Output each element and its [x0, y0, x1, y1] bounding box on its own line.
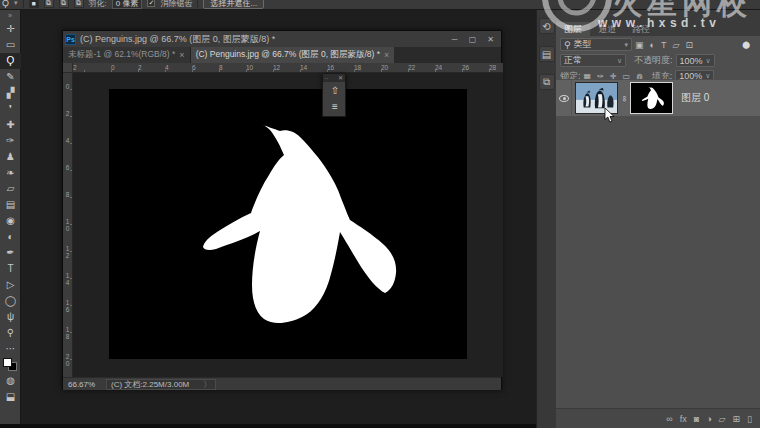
layer-filter-toggle-icon[interactable]: ⬤ — [742, 41, 750, 49]
filter-pixel-layers-icon[interactable]: ▣ — [635, 40, 644, 50]
ruler-origin-corner[interactable] — [63, 63, 73, 73]
filter-smart-objects-icon[interactable]: ⊡ — [685, 40, 693, 50]
new-group-icon[interactable]: ▱ — [719, 414, 726, 424]
zoom-tool-icon[interactable]: ⚲ — [0, 325, 21, 341]
screen-mode-button[interactable]: ⬓ — [0, 389, 21, 405]
ruler-label: 2 — [73, 64, 77, 71]
layer-filter-kind-select[interactable]: ⚲ 类型 ▾ — [560, 38, 632, 51]
document-size-field[interactable]: (C) 文档:2.25M/3.00M 〉 — [106, 379, 216, 390]
quick-selection-tool-icon[interactable]: ✎ — [0, 69, 21, 85]
tab-layers[interactable]: 图层 — [556, 22, 590, 36]
eraser-tool-icon[interactable]: ▱ — [0, 181, 21, 197]
floating-panel-header[interactable]: ∙∙ ✕ — [323, 74, 345, 82]
new-adjustment-layer-icon[interactable]: ◑ — [706, 414, 711, 424]
maximize-button[interactable]: ▢ — [464, 33, 481, 46]
status-chevron-icon[interactable]: 〉 — [203, 379, 211, 390]
document-tab-penguins[interactable]: (C) Penguins.jpg @ 66.7% (图层 0, 图层蒙版/8) … — [191, 47, 395, 63]
layer-row-0[interactable]: ∞ 图层 0 — [556, 80, 760, 116]
tool-options-icon[interactable]: ≡ — [323, 98, 347, 114]
floating-modifier-panel[interactable]: ∙∙ ✕ ⇧ ≡ — [322, 73, 346, 117]
foreground-color-swatch[interactable] — [3, 358, 12, 367]
quick-mask-button[interactable]: ◍ — [0, 373, 21, 389]
ruler-label: 12 — [273, 64, 280, 71]
minimize-button[interactable]: ─ — [446, 33, 463, 46]
horizontal-ruler[interactable]: 20246810121416182022242628 — [73, 63, 503, 73]
document-titlebar[interactable]: Ps (C) Penguins.jpg @ 66.7% (图层 0, 图层蒙版/… — [63, 31, 501, 47]
document-tab-untitled[interactable]: 未标题-1 @ 62.1%(RGB/8) * × — [63, 47, 191, 63]
window-title: (C) Penguins.jpg @ 66.7% (图层 0, 图层蒙版/8) … — [80, 33, 445, 46]
tab-paths[interactable]: 路径 — [624, 22, 658, 36]
feather-label: 羽化: — [89, 0, 107, 9]
crop-tool-icon[interactable]: ▞ — [0, 85, 21, 101]
ruler-label: 28 — [489, 64, 496, 71]
layer-visibility-cell[interactable] — [556, 80, 572, 116]
mouse-cursor — [604, 108, 616, 124]
pen-tool-icon[interactable]: ✒ — [0, 245, 21, 261]
healing-brush-tool-icon[interactable]: ✚ — [0, 117, 21, 133]
edit-toolbar-icon[interactable]: ⋯ — [0, 341, 21, 357]
close-icon[interactable]: ✕ — [338, 74, 343, 82]
tab-channels[interactable]: 通道 — [590, 22, 624, 36]
filter-shape-layers-icon[interactable]: ▱ — [672, 40, 679, 50]
clone-stamp-tool-icon[interactable]: ♟ — [0, 149, 21, 165]
color-swatches[interactable] — [0, 357, 21, 373]
mask-link-icon[interactable]: ∞ — [620, 92, 629, 104]
history-panel-icon[interactable]: ⟲ — [539, 18, 555, 34]
selection-mode-add-button[interactable]: ⧉ — [44, 0, 54, 8]
marquee-tool-icon[interactable]: ▭ — [0, 37, 21, 53]
ruler-label: 14 — [64, 273, 71, 286]
selection-mode-subtract-button[interactable]: ⧉ — [59, 0, 69, 8]
type-tool-icon[interactable]: T — [0, 261, 21, 277]
ruler-label: 26 — [462, 64, 469, 71]
link-layers-icon[interactable]: ∞ — [666, 414, 672, 424]
path-select-tool-icon[interactable]: ▷ — [0, 277, 21, 293]
delete-layer-icon[interactable]: ▯ — [747, 414, 752, 424]
blend-mode-select[interactable]: 正常 ∨ — [560, 54, 626, 67]
eye-icon[interactable] — [559, 95, 569, 102]
layer-mask-thumbnail[interactable] — [630, 82, 673, 114]
document-size-text: (C) 文档:2.25M/3.00M — [111, 379, 189, 390]
touch-gesture-icon[interactable]: ⇧ — [323, 82, 347, 98]
separator — [197, 0, 198, 8]
filter-type-layers-icon[interactable]: T — [661, 40, 667, 50]
vertical-ruler[interactable]: 02468101214161820 — [63, 73, 73, 377]
document-window: Ps (C) Penguins.jpg @ 66.7% (图层 0, 图层蒙版/… — [62, 30, 502, 390]
lasso-tool-preset-icon[interactable]: Ϙ — [2, 0, 9, 8]
select-and-mask-button[interactable]: 选择并遮住... — [203, 0, 264, 9]
hand-tool-icon[interactable]: ψ — [0, 309, 21, 325]
gradient-tool-icon[interactable]: ▤ — [0, 197, 21, 213]
feather-input[interactable]: 0 像素 — [112, 0, 143, 9]
selection-mode-new-button[interactable]: ■ — [29, 0, 39, 8]
libraries-panel-icon[interactable]: ⧉ — [539, 74, 555, 90]
canvas-area[interactable] — [73, 73, 503, 377]
eyedropper-tool-icon[interactable]: ❜ — [0, 101, 21, 117]
move-tool-icon[interactable]: ✛ — [0, 21, 21, 37]
ruler-label: 18 — [354, 64, 361, 71]
zoom-level-field[interactable]: 66.67% — [68, 380, 98, 389]
filter-adjustment-layers-icon[interactable]: ◐ — [650, 40, 655, 50]
brush-tool-icon[interactable]: ✑ — [0, 133, 21, 149]
opacity-select[interactable]: 100% ∨ — [676, 54, 715, 67]
close-button[interactable]: ✕ — [482, 33, 499, 46]
lasso-tool-icon[interactable]: Ϙ — [0, 53, 21, 69]
dodge-tool-icon[interactable]: ◐ — [0, 229, 21, 245]
toolbar-collapse-icon[interactable]: » — [0, 10, 20, 21]
properties-panel-icon[interactable]: ▤ — [539, 46, 555, 62]
ruler-label: 10 — [64, 219, 71, 232]
blur-tool-icon[interactable]: ◉ — [0, 213, 21, 229]
tool-preset-caret-icon[interactable]: ▾ — [14, 0, 18, 7]
tab-close-icon[interactable]: × — [179, 50, 184, 60]
layer-name[interactable]: 图层 0 — [681, 91, 709, 105]
shape-tool-icon[interactable]: ◯ — [0, 293, 21, 309]
ruler-label: 4 — [165, 64, 169, 71]
layer-effects-icon[interactable]: fx — [680, 414, 687, 424]
new-layer-icon[interactable]: ⊞ — [733, 414, 741, 424]
drag-grip-icon[interactable]: ∙∙ — [325, 74, 328, 82]
selection-mode-intersect-button[interactable]: ⧉ — [74, 0, 84, 8]
tab-close-icon[interactable]: × — [384, 50, 389, 60]
panel-dock-strip: ⟲▤⧉ — [536, 10, 556, 428]
add-layer-mask-icon[interactable]: ◙ — [694, 414, 699, 424]
layer-mask-view[interactable] — [109, 89, 467, 359]
anti-alias-checkbox[interactable]: ✓ — [147, 0, 155, 7]
history-brush-tool-icon[interactable]: ❧ — [0, 165, 21, 181]
